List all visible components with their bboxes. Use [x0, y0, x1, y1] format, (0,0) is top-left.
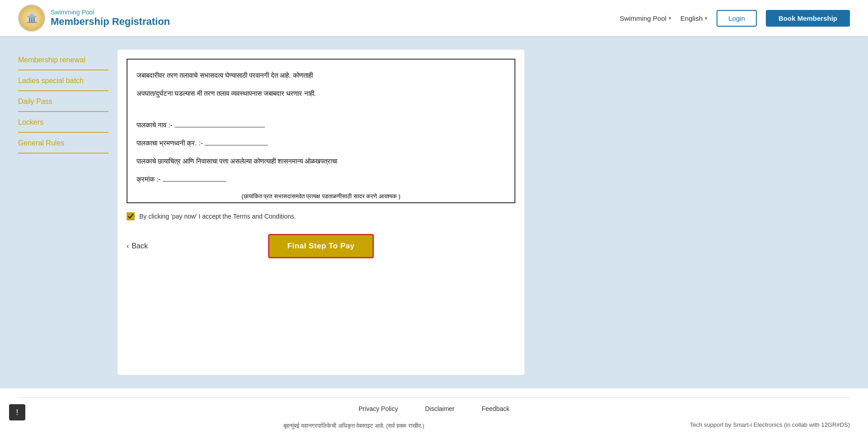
field1-label: पालकाचे नाव :- — [137, 121, 173, 129]
exclamation-icon: ! — [16, 408, 18, 417]
field3-label: पालकाचे छायाचित्र आणि निवासाचा पत्ता असल… — [137, 157, 337, 165]
field1-input — [175, 119, 265, 127]
action-row: ‹ Back Final Step To Pay — [118, 225, 524, 272]
back-arrow-icon: ‹ — [127, 242, 129, 250]
sidebar-item-general-rules[interactable]: General Rules — [18, 133, 108, 154]
sidebar-item-membership-renewal[interactable]: Membership renewal — [18, 50, 108, 70]
footer-privacy-link[interactable]: Privacy Policy — [359, 405, 398, 412]
sidebar-item-ladies-special[interactable]: Ladies special batch — [18, 70, 108, 91]
field2-input — [205, 137, 268, 145]
doc-field-3b: क्रमांक :- — [137, 173, 505, 186]
content-area: जबाबदारीवर तरण तलावाचे सभासदत्व घेण्यासा… — [118, 50, 524, 375]
field2-label: पालकाचा भ्रमणध्वनी क्र. :- — [137, 139, 203, 147]
header-title: Membership Registration — [51, 16, 170, 28]
footer-feedback-link[interactable]: Feedback — [482, 405, 509, 412]
login-button[interactable]: Login — [717, 10, 757, 27]
footer-copyright: बृहन्मुंबई महानगरपालिकेची अधिकृत वेबसाइट… — [283, 420, 424, 429]
document-scroll-area[interactable]: जबाबदारीवर तरण तलावाचे सभासदत्व घेण्यासा… — [127, 59, 515, 203]
doc-field-3: पालकाचे छायाचित्र आणि निवासाचा पत्ता असल… — [137, 154, 505, 168]
footer: Privacy Policy Disclaimer Feedback बृहन्… — [0, 388, 868, 434]
footer-disclaimer-link[interactable]: Disclaimer — [425, 405, 454, 412]
final-step-to-pay-button[interactable]: Final Step To Pay — [268, 234, 374, 258]
header-nav: Swimming Pool ▾ English ▾ Login Book Mem… — [620, 10, 850, 27]
doc-line-1: जबाबदारीवर तरण तलावाचे सभासदत्व घेण्यासा… — [137, 69, 505, 82]
field3b-input — [163, 173, 226, 182]
language-dropdown[interactable]: English ▾ — [680, 14, 708, 22]
footer-bottom-row: बृहन्मुंबई महानगरपालिकेची अधिकृत वेबसाइट… — [18, 420, 850, 429]
header-subtitle: Swimming Pool — [51, 9, 170, 16]
doc-note: (छायांकित प्रत सभासदासमवेत प्रत्यक्ष पडत… — [137, 191, 505, 202]
logo-emblem: 🏛️ — [18, 5, 45, 32]
feedback-fab-button[interactable]: ! — [9, 404, 25, 420]
header: 🏛️ Swimming Pool Membership Registration… — [0, 0, 868, 36]
swimming-pool-dropdown[interactable]: Swimming Pool ▾ — [620, 14, 671, 22]
language-label: English — [680, 14, 703, 22]
chevron-down-icon: ▾ — [705, 15, 708, 21]
sidebar-item-lockers[interactable]: Lockers — [18, 112, 108, 133]
terms-checkbox[interactable] — [127, 212, 135, 220]
back-label: Back — [132, 242, 148, 250]
back-button[interactable]: ‹ Back — [127, 242, 148, 250]
book-membership-button[interactable]: Book Membership — [766, 10, 850, 27]
doc-field-2: पालकाचा भ्रमणध्वनी क्र. :- — [137, 136, 505, 150]
footer-tech-support: Tech support by Smart-i Electronics (in … — [690, 421, 850, 428]
footer-links: Privacy Policy Disclaimer Feedback — [18, 397, 850, 420]
terms-label: By clicking 'pay now' I accept the Terms… — [139, 213, 296, 220]
logo-block: 🏛️ Swimming Pool Membership Registration — [18, 5, 170, 32]
marathi-document: जबाबदारीवर तरण तलावाचे सभासदत्व घेण्यासा… — [137, 69, 505, 203]
doc-line-2: अपघात/दुर्घटना घडल्यास मी तरण तलाव व्यवस… — [137, 87, 505, 100]
sidebar: Membership renewal Ladies special batch … — [18, 50, 118, 375]
swimming-pool-label: Swimming Pool — [620, 14, 666, 22]
sidebar-item-daily-pass[interactable]: Daily Pass — [18, 91, 108, 112]
chevron-down-icon: ▾ — [669, 15, 671, 21]
doc-field-1: पालकाचे नाव :- — [137, 118, 505, 132]
header-title-block: Swimming Pool Membership Registration — [51, 9, 170, 28]
field3b-label: क्रमांक :- — [137, 175, 160, 183]
main-wrap: Membership renewal Ladies special batch … — [0, 36, 868, 388]
terms-row: By clicking 'pay now' I accept the Terms… — [118, 203, 524, 225]
